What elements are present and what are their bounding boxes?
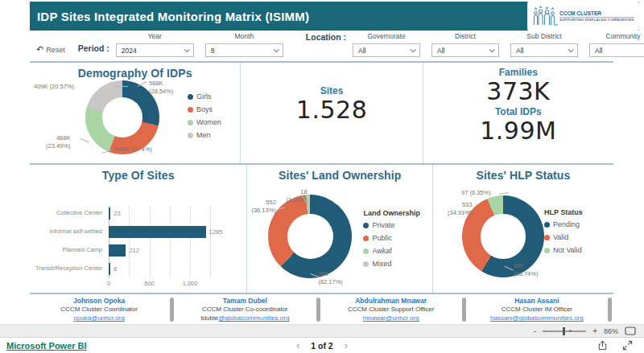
- land-ownership-legend: Land Ownership Private Public Awkaf Mixe…: [363, 209, 420, 273]
- x-axis: 0 500 1,000: [109, 280, 222, 289]
- zoom-level: 86%: [604, 327, 618, 335]
- legend-item-boys[interactable]: Boys: [188, 105, 221, 113]
- contact-name: Tamam Dubel: [175, 297, 314, 306]
- contact-separator: [170, 298, 174, 322]
- next-page-button[interactable]: ›: [345, 341, 348, 351]
- bar-value: 23: [114, 210, 120, 217]
- callout-pending: 897 (58.74%): [514, 262, 538, 278]
- report-title: IDP Sites Integrated Monitoring Matrix (…: [30, 10, 309, 23]
- filter-bar: ↶ Reset Period : Year 2024 Month 8 Locat…: [30, 32, 613, 63]
- fit-to-page-icon[interactable]: [625, 326, 636, 335]
- not-valid-dot-icon: [544, 248, 550, 253]
- families-value: 373K: [486, 78, 550, 106]
- bar-category: Informal self-settled: [30, 228, 109, 235]
- period-label: Period :: [78, 43, 109, 53]
- email-link[interactable]: @globalcommunities.org: [218, 314, 289, 322]
- chevron-down-icon: [273, 47, 279, 52]
- zoom-strip: - + 86%: [0, 324, 644, 338]
- share-icon[interactable]: [597, 340, 608, 351]
- contact-role: CCCM Cluster Coordinator: [30, 306, 168, 314]
- callout-line: [80, 138, 89, 143]
- legend-item-private[interactable]: Private: [363, 221, 420, 229]
- bar-collective-center[interactable]: [109, 207, 110, 220]
- year-label: Year: [116, 32, 194, 40]
- kpi-row: Demography Of IDPs 409K (20.57%) 568K (2…: [30, 63, 613, 163]
- bar-planned-camp[interactable]: [109, 244, 126, 257]
- legend-item-valid[interactable]: Valid: [544, 233, 583, 241]
- callout-men: 409K (20.57%): [34, 83, 74, 91]
- awkaf-dot-icon: [363, 248, 369, 254]
- subdistrict-label: Sub District: [510, 32, 578, 40]
- email-link[interactable]: opoka@unhcr.org: [73, 314, 124, 322]
- email-link[interactable]: hassani@globalcommunities.org: [490, 314, 584, 322]
- community-value: All: [595, 47, 602, 55]
- sites-value: 1.528: [296, 96, 367, 125]
- powerbi-bottom-bar: Microsoft Power BI ‹ 1 of 2 ›: [0, 338, 644, 353]
- bar-value: 8: [114, 265, 117, 273]
- sites-kpi-panel: Sites 1.528: [241, 63, 423, 163]
- callout-public: 552 (36.13%): [251, 199, 275, 215]
- legend-item-awkaf[interactable]: Awkaf: [363, 247, 420, 255]
- mixed-dot-icon: [363, 261, 369, 267]
- type-of-sites-title: Type Of Sites: [30, 169, 246, 182]
- bar-row: Collective Center 23: [30, 204, 222, 223]
- year-value: 2024: [122, 47, 137, 55]
- governorate-dropdown[interactable]: All: [353, 43, 420, 57]
- callout-line: [117, 86, 128, 87]
- month-dropdown[interactable]: 8: [205, 43, 283, 57]
- microsoft-powerbi-link[interactable]: Microsoft Power BI: [6, 341, 87, 351]
- legend-item-men[interactable]: Men: [188, 131, 221, 139]
- zoom-out-button[interactable]: -: [534, 327, 536, 335]
- community-filter-group: Community All: [589, 32, 644, 57]
- contact-role: CCCM Cluster Co-coordinator: [175, 306, 314, 314]
- legend-item-public[interactable]: Public: [363, 234, 420, 242]
- contact-name: Abdulrahman Mnawar: [322, 297, 460, 306]
- legend-item-pending[interactable]: Pending: [544, 220, 583, 228]
- subdistrict-dropdown[interactable]: All: [510, 43, 578, 57]
- previous-page-button[interactable]: ‹: [296, 341, 299, 351]
- demography-title: Demography Of IDPs: [30, 67, 240, 80]
- demography-panel: Demography Of IDPs 409K (20.57%) 568K (2…: [30, 63, 241, 163]
- legend-item-girls[interactable]: Girls: [188, 92, 221, 101]
- contact-name: Johnson Opoka: [30, 297, 168, 306]
- legend-item-not-valid[interactable]: Not Valid: [544, 246, 583, 254]
- fullscreen-icon[interactable]: [622, 340, 633, 351]
- chevron-down-icon: [184, 47, 189, 52]
- zoom-slider-tick: [569, 330, 572, 332]
- contact-separator: [316, 298, 320, 322]
- zoom-slider[interactable]: [543, 330, 586, 332]
- x-tick: 1,000: [183, 280, 198, 287]
- bar-value: 1285: [209, 228, 223, 236]
- families-label: Families: [499, 67, 538, 78]
- logo-title: CCCM CLUSTER: [559, 10, 634, 16]
- legend-item-mixed[interactable]: Mixed: [363, 260, 420, 268]
- boys-dot-icon: [188, 107, 193, 113]
- email-prefix: tduble: [200, 314, 218, 322]
- district-value: All: [437, 47, 444, 55]
- bar-transit-reception-center[interactable]: [109, 263, 110, 275]
- bar-category: Collective Center: [30, 210, 109, 216]
- zoom-in-button[interactable]: +: [592, 327, 597, 335]
- legend-item-women[interactable]: Women: [188, 118, 221, 126]
- callout-valid: 533 (34.91%): [448, 201, 472, 217]
- legend-title: Land Ownership: [363, 209, 420, 217]
- contact-separator: [462, 298, 466, 322]
- email-link[interactable]: mnawar@unhcr.org: [363, 314, 419, 322]
- contact-card: Abdulrahman Mnawar CCCM Cluster Support …: [322, 295, 460, 323]
- community-dropdown[interactable]: All: [589, 43, 644, 57]
- bar-informal-self-settled[interactable]: [109, 226, 206, 238]
- report-title-bar: IDP Sites Integrated Monitoring Matrix (…: [30, 2, 639, 31]
- sites-label: Sites: [320, 85, 344, 96]
- zoom-slider-thumb[interactable]: [563, 327, 565, 335]
- callout-women: 468K (23.49%): [46, 134, 70, 150]
- governorate-label: Governorate: [353, 32, 420, 40]
- girls-dot-icon: [188, 94, 193, 100]
- callout-awkaf: 18 (1.18%): [286, 188, 307, 204]
- callout-line: [499, 192, 509, 195]
- reset-button[interactable]: ↶ Reset: [36, 44, 65, 55]
- land-ownership-donut-chart[interactable]: [268, 195, 352, 278]
- powerbi-report-page: IDP Sites Integrated Monitoring Matrix (…: [0, 0, 644, 353]
- chevron-down-icon: [489, 47, 495, 52]
- year-dropdown[interactable]: 2024: [116, 43, 194, 57]
- district-dropdown[interactable]: All: [431, 43, 499, 57]
